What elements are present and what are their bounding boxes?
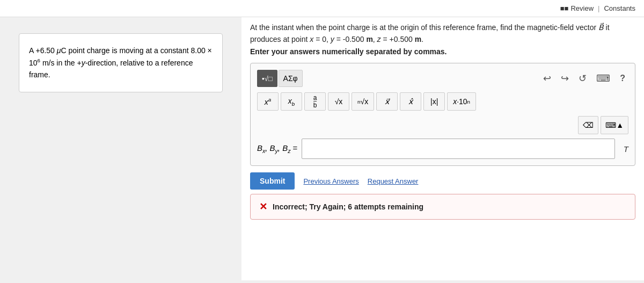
input-label: Bx, By, Bz =	[257, 143, 297, 154]
fraction-button[interactable]: ab	[304, 92, 326, 111]
matrix-icon: ▪√□	[262, 75, 273, 83]
sqrt-button[interactable]: √x	[328, 92, 349, 111]
nth-root-button[interactable]: n√x	[352, 92, 374, 111]
unit-vector-button[interactable]: x̂	[400, 92, 421, 111]
superscript-button[interactable]: xa	[257, 92, 279, 111]
bottom-actions: Submit Previous Answers Request Answer	[250, 172, 635, 190]
error-text: Incorrect; Try Again; 6 attempts remaini…	[273, 202, 423, 211]
math-buttons: xa xb ab √x n√x x⃗ x̂ |x| x·10n	[257, 92, 628, 111]
refresh-button[interactable]: ↺	[575, 70, 590, 86]
help-button[interactable]: ?	[617, 71, 628, 85]
redo-button[interactable]: ↪	[558, 70, 572, 86]
vector-button[interactable]: x⃗	[376, 92, 398, 111]
greek-label: ΑΣφ	[283, 74, 298, 83]
problem-text: A +6.50 μC point charge is moving at a c…	[29, 46, 212, 79]
top-bar: ■■ Review | Constants	[0, 0, 644, 17]
answer-input[interactable]	[302, 139, 614, 159]
separator: |	[598, 4, 599, 12]
special-buttons: ⌫ ⌨▲	[257, 116, 628, 134]
matrix-button[interactable]: ▪√□	[257, 70, 277, 87]
problem-box: A +6.50 μC point charge is moving at a c…	[19, 33, 223, 92]
request-answer-button[interactable]: Request Answer	[368, 177, 419, 185]
answer-box: ▪√□ ΑΣφ ↩ ↪ ↺ ⌨ ? xa xb ab	[250, 63, 635, 166]
left-panel: A +6.50 μC point charge is moving at a c…	[0, 17, 241, 280]
previous-answers-button[interactable]: Previous Answers	[303, 177, 358, 185]
unit-label: T	[624, 144, 628, 154]
constants-link[interactable]: Constants	[604, 4, 635, 12]
undo-button[interactable]: ↩	[540, 70, 554, 86]
error-box: ✕ Incorrect; Try Again; 6 attempts remai…	[250, 194, 635, 220]
question-text: At the instant when the point charge is …	[250, 17, 635, 57]
submit-button[interactable]: Submit	[250, 172, 295, 190]
subscript-button[interactable]: xb	[281, 92, 302, 111]
review-icon: ■■	[560, 4, 569, 12]
error-icon: ✕	[259, 201, 267, 213]
sci-notation-button[interactable]: x·10n	[447, 92, 476, 111]
toolbar: ▪√□ ΑΣφ ↩ ↪ ↺ ⌨ ?	[257, 70, 628, 87]
input-row: Bx, By, Bz = T	[257, 139, 628, 159]
review-label: Review	[570, 4, 594, 12]
expand-keyboard-button[interactable]: ⌨▲	[601, 116, 628, 134]
keyboard-button[interactable]: ⌨	[593, 70, 613, 86]
right-panel: At the instant when the point charge is …	[241, 17, 644, 280]
greek-button[interactable]: ΑΣφ	[279, 70, 303, 87]
delete-button[interactable]: ⌫	[578, 116, 598, 134]
constants-label: Constants	[604, 4, 635, 12]
absolute-value-button[interactable]: |x|	[423, 92, 445, 111]
review-link[interactable]: ■■ Review	[560, 4, 594, 12]
